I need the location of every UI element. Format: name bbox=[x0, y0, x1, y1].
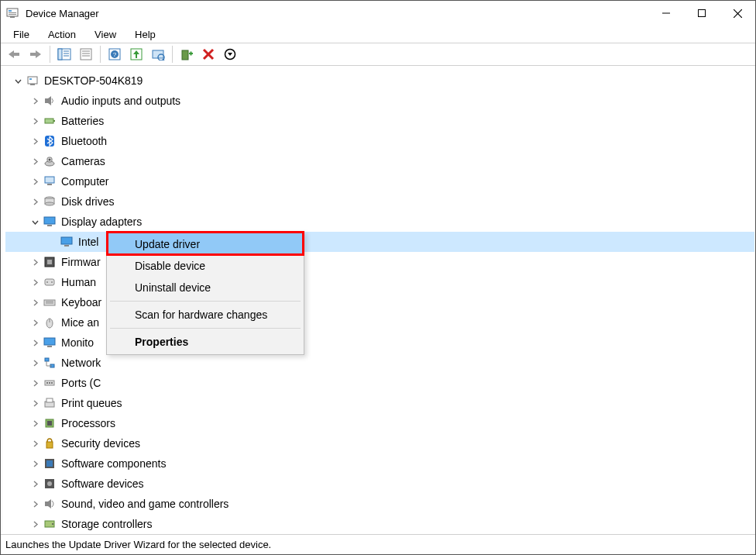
toolbar-disable-button[interactable] bbox=[220, 45, 240, 64]
expand-toggle[interactable] bbox=[29, 518, 41, 530]
expand-toggle[interactable] bbox=[29, 296, 41, 309]
tree-item-label: Mice an bbox=[61, 316, 99, 329]
tree-item-printq[interactable]: Print queues bbox=[5, 393, 754, 413]
expand-toggle[interactable] bbox=[29, 357, 41, 369]
expand-toggle[interactable] bbox=[29, 135, 41, 147]
svg-marker-36 bbox=[228, 53, 232, 56]
tree-item-storage[interactable]: Storage controllers bbox=[5, 514, 754, 533]
svg-rect-55 bbox=[61, 237, 72, 244]
tree-item-battery[interactable]: Batteries bbox=[5, 111, 754, 131]
ctx-scan-hardware[interactable]: Scan for hardware changes bbox=[108, 304, 302, 326]
swcomp-icon bbox=[43, 457, 57, 471]
tree-item-ports[interactable]: Ports (C bbox=[5, 373, 754, 393]
ctx-update-driver[interactable]: Update driver bbox=[108, 233, 302, 255]
ctx-separator bbox=[110, 301, 301, 302]
tree-item-label: Network bbox=[61, 357, 101, 369]
status-text: Launches the Update Driver Wizard for th… bbox=[5, 539, 271, 550]
tree-item-cpu[interactable]: Processors bbox=[5, 413, 754, 433]
expand-toggle[interactable] bbox=[29, 195, 41, 208]
toolbar-forward-button[interactable] bbox=[26, 45, 46, 64]
minimize-button[interactable] bbox=[648, 1, 684, 26]
tree-item-audio[interactable]: Audio inputs and outputs bbox=[5, 91, 754, 111]
tree-item-computer[interactable]: Computer bbox=[5, 171, 754, 191]
menu-action[interactable]: Action bbox=[40, 27, 84, 42]
toolbar-scan-hardware-button[interactable] bbox=[148, 45, 168, 64]
bluetooth-icon bbox=[43, 134, 57, 148]
svg-rect-59 bbox=[45, 279, 54, 285]
network-icon bbox=[43, 356, 57, 370]
svg-rect-42 bbox=[45, 119, 53, 123]
expand-toggle[interactable] bbox=[29, 95, 41, 107]
expand-toggle[interactable] bbox=[29, 397, 41, 409]
svg-point-76 bbox=[51, 382, 53, 384]
tree-item-label: Storage controllers bbox=[61, 518, 153, 530]
expand-toggle[interactable] bbox=[29, 215, 41, 228]
tree-item-label: Disk drives bbox=[61, 195, 114, 208]
tree-item-swcomp[interactable]: Software components bbox=[5, 453, 754, 474]
tree-item-bluetooth[interactable]: Bluetooth bbox=[5, 131, 754, 151]
expand-toggle[interactable] bbox=[29, 115, 41, 127]
disk-icon bbox=[43, 195, 57, 209]
ctx-disable-device[interactable]: Disable device bbox=[108, 255, 302, 277]
svg-line-7 bbox=[734, 9, 742, 18]
svg-marker-87 bbox=[48, 499, 51, 508]
hid-icon bbox=[43, 275, 57, 289]
close-button[interactable] bbox=[720, 1, 755, 26]
svg-point-89 bbox=[52, 523, 53, 525]
maximize-button[interactable] bbox=[684, 1, 720, 26]
expand-toggle[interactable] bbox=[29, 417, 41, 429]
svg-point-52 bbox=[45, 202, 54, 205]
svg-marker-11 bbox=[36, 50, 41, 58]
expand-toggle[interactable] bbox=[29, 276, 41, 288]
expand-toggle[interactable] bbox=[29, 175, 41, 188]
tree-item-sound[interactable]: Sound, video and game controllers bbox=[5, 494, 754, 514]
toolbar-add-hardware-button[interactable] bbox=[177, 45, 197, 64]
expand-toggle[interactable] bbox=[29, 155, 41, 167]
camera-icon bbox=[43, 154, 57, 168]
tree-item-network[interactable]: Network bbox=[5, 353, 754, 373]
monitor-icon bbox=[43, 336, 57, 350]
toolbar-properties-button[interactable] bbox=[76, 45, 96, 64]
toolbar-separator bbox=[50, 46, 50, 63]
svg-rect-48 bbox=[45, 177, 54, 183]
expand-toggle bbox=[46, 236, 58, 248]
toolbar-back-button[interactable] bbox=[4, 45, 24, 64]
display-child-icon bbox=[60, 235, 74, 249]
tree-root[interactable]: DESKTOP-504K819 bbox=[5, 71, 754, 91]
security-icon bbox=[43, 436, 57, 450]
expand-toggle[interactable] bbox=[29, 437, 41, 450]
menu-help[interactable]: Help bbox=[127, 27, 163, 42]
tree-item-security[interactable]: Security devices bbox=[5, 433, 754, 453]
menu-file[interactable]: File bbox=[5, 27, 37, 42]
storage-icon bbox=[43, 517, 57, 531]
title-bar: Device Manager bbox=[1, 1, 755, 26]
svg-rect-58 bbox=[47, 260, 52, 264]
expand-toggle[interactable] bbox=[29, 477, 41, 490]
tree-item-swdev[interactable]: Software devices bbox=[5, 474, 754, 494]
svg-marker-9 bbox=[9, 50, 14, 58]
ctx-uninstall-device[interactable]: Uninstall device bbox=[108, 277, 302, 298]
tree-item-label: Security devices bbox=[61, 437, 140, 450]
expand-toggle[interactable] bbox=[29, 498, 41, 510]
menu-view[interactable]: View bbox=[87, 27, 124, 42]
tree-item-display[interactable]: Display adapters bbox=[5, 212, 754, 232]
expand-toggle[interactable] bbox=[29, 336, 41, 349]
svg-rect-38 bbox=[29, 78, 32, 80]
tree-item-disk[interactable]: Disk drives bbox=[5, 191, 754, 212]
toolbar-show-hide-tree-button[interactable] bbox=[54, 45, 74, 64]
tree-item-label: Display adapters bbox=[61, 215, 142, 228]
tree-item-camera[interactable]: Cameras bbox=[5, 151, 754, 171]
tree-item-label: Audio inputs and outputs bbox=[61, 95, 180, 107]
expand-toggle[interactable] bbox=[29, 377, 41, 389]
toolbar-help-button[interactable]: ? bbox=[105, 45, 125, 64]
toolbar-update-driver-button[interactable] bbox=[126, 45, 146, 64]
svg-rect-56 bbox=[64, 245, 69, 246]
expand-toggle[interactable] bbox=[29, 316, 41, 329]
toolbar-uninstall-button[interactable] bbox=[198, 45, 218, 64]
keyboard-icon bbox=[43, 295, 57, 309]
cpu-icon bbox=[43, 416, 57, 430]
expand-toggle[interactable] bbox=[29, 256, 41, 268]
expand-toggle[interactable] bbox=[12, 74, 24, 87]
ctx-properties[interactable]: Properties bbox=[108, 331, 302, 353]
expand-toggle[interactable] bbox=[29, 457, 41, 470]
